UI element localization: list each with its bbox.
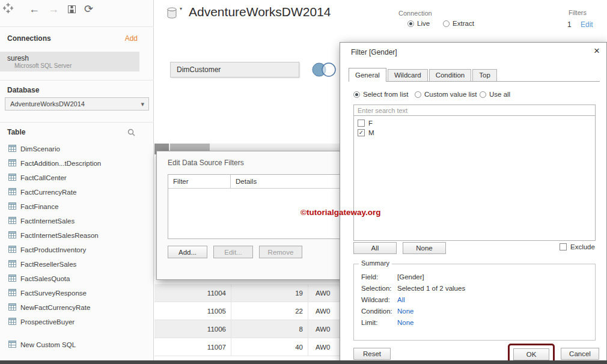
select-from-list-label: Select from list (363, 91, 408, 98)
data-preview-grid: 1100419AW0 1100522AW0 110068AW0 1100740A… (154, 284, 340, 356)
database-dropdown[interactable]: AdventureWorksDW2014 ▾ (5, 97, 149, 111)
table-name: FactInternetSales (20, 217, 75, 225)
summary-group: Summary Field:[Gender] Selection:Selecte… (353, 264, 596, 341)
extract-label: Extract (453, 20, 474, 27)
summary-label: Condition: (361, 306, 397, 317)
summary-value: [Gender] (397, 271, 424, 283)
grid-cell: 11007 (154, 338, 231, 356)
search-icon[interactable] (127, 129, 135, 138)
connection-item[interactable]: suresh Microsoft SQL Server (0, 52, 139, 71)
value-row-m[interactable]: ✓M (354, 128, 595, 138)
back-arrow-icon[interactable]: ← (29, 2, 40, 16)
grid-cell: 8 (231, 320, 308, 338)
checkbox-unchecked-icon[interactable] (358, 120, 365, 127)
summary-title: Summary (359, 259, 392, 267)
dialog-title: Edit Data Source Filters (168, 159, 244, 167)
live-radio-option[interactable]: Live (407, 20, 430, 27)
checkbox-unchecked-icon[interactable] (560, 243, 567, 250)
data-source-title[interactable]: AdventureWorksDW2014 (189, 5, 331, 19)
tab-condition[interactable]: Condition (429, 69, 472, 81)
tab-general[interactable]: General (349, 68, 386, 82)
summary-row-condition: Condition:None (361, 306, 465, 317)
section-divider (0, 122, 154, 123)
table-row[interactable]: 1100419AW0 (154, 284, 340, 302)
tableau-logo-icon (3, 3, 13, 15)
grid-cell: 11004 (154, 284, 231, 302)
filters-table: Filter Details (168, 174, 341, 239)
join-venn-icon[interactable] (311, 61, 340, 80)
table-row[interactable]: 110068AW0 (154, 320, 340, 338)
table-name: ProspectiveBuyer (20, 318, 75, 326)
tab-top[interactable]: Top (472, 69, 497, 81)
table-icon (8, 202, 16, 211)
custom-value-list-radio[interactable]: Custom value list (415, 91, 477, 98)
radio-selected-icon[interactable] (353, 91, 360, 98)
table-list-item[interactable]: FactResellerSales (0, 257, 153, 271)
filters-edit-link[interactable]: Edit (581, 20, 593, 29)
summary-row-wildcard: Wildcard:All (361, 294, 465, 306)
table-list-item[interactable]: ProspectiveBuyer (0, 315, 153, 329)
extract-radio-option[interactable]: Extract (443, 20, 474, 27)
ok-button[interactable]: OK (513, 348, 549, 360)
table-name: FactAddition...tDescription (20, 160, 101, 167)
table-icon (8, 159, 16, 168)
edit-filter-button[interactable]: Edit... (213, 246, 253, 258)
table-icon (8, 174, 16, 182)
database-icon[interactable] (166, 7, 177, 22)
table-list-item[interactable]: FactInternetSales (0, 214, 153, 228)
close-icon[interactable]: × (594, 45, 600, 57)
reset-button[interactable]: Reset (353, 348, 391, 360)
value-list: F ✓M (353, 115, 596, 241)
table-list: DimScenario FactAddition...tDescription … (0, 142, 153, 329)
radio-icon[interactable] (443, 20, 450, 27)
radio-icon[interactable] (480, 91, 486, 98)
summary-limit-link[interactable]: None (397, 317, 414, 329)
window-bottom-edge (0, 360, 607, 364)
save-icon[interactable] (67, 5, 76, 16)
radio-selected-icon[interactable] (407, 20, 414, 27)
table-list-item[interactable]: NewFactCurrencyRate (0, 300, 153, 315)
table-icon (8, 231, 16, 240)
remove-filter-button[interactable]: Remove (259, 246, 302, 258)
canvas-table-dimcustomer[interactable]: DimCustomer (170, 62, 299, 77)
tab-wildcard[interactable]: Wildcard (388, 69, 428, 81)
table-list-item[interactable]: FactSalesQuota (0, 271, 153, 286)
table-name: FactCurrencyRate (20, 189, 76, 196)
table-list-item[interactable]: FactFinance (0, 199, 153, 214)
table-list-item[interactable]: FactProductInventory (0, 243, 153, 257)
add-connection-link[interactable]: Add (125, 34, 138, 43)
all-button[interactable]: All (353, 242, 397, 254)
radio-icon[interactable] (415, 91, 421, 98)
table-list-item[interactable]: DimScenario (0, 142, 153, 156)
none-button[interactable]: None (403, 242, 446, 254)
new-custom-sql-item[interactable]: New Custom SQL (0, 338, 153, 352)
value-row-f[interactable]: F (354, 118, 595, 128)
use-all-radio[interactable]: Use all (480, 91, 510, 98)
checkbox-checked-icon[interactable]: ✓ (358, 129, 365, 136)
select-from-list-radio[interactable]: Select from list (353, 91, 408, 98)
new-custom-sql-container: New Custom SQL (0, 338, 153, 352)
table-name: FactProductInventory (20, 246, 86, 253)
table-list-item[interactable]: FactCallCenter (0, 171, 153, 185)
filter-column-header: Filter (168, 175, 231, 188)
chevron-down-icon: ▾ (141, 98, 144, 110)
table-list-item[interactable]: FactSurveyResponse (0, 286, 153, 300)
search-input[interactable] (353, 105, 596, 116)
exclude-label: Exclude (570, 243, 595, 250)
filter-gender-dialog: Filter [Gender] × General Wildcard Condi… (340, 42, 607, 364)
forward-arrow-icon[interactable]: → (48, 2, 59, 16)
table-list-item[interactable]: FactAddition...tDescription (0, 156, 153, 171)
filters-count: 1 (567, 20, 572, 29)
summary-condition-link[interactable]: None (397, 306, 414, 317)
refresh-icon[interactable]: ⟳ (84, 2, 93, 16)
table-row[interactable]: 1100740AW0 (154, 338, 340, 356)
table-row[interactable]: 1100522AW0 (154, 302, 340, 320)
table-list-item[interactable]: FactCurrencyRate (0, 185, 153, 199)
table-icon (8, 217, 16, 225)
exclude-option[interactable]: Exclude (560, 243, 595, 250)
add-filter-button[interactable]: Add... (168, 246, 207, 258)
table-list-item[interactable]: FactInternetSalesReason (0, 228, 153, 243)
cancel-button[interactable]: Cancel (561, 348, 599, 360)
dialog-title: Filter [Gender] (351, 48, 397, 56)
summary-wildcard-link[interactable]: All (397, 294, 405, 306)
